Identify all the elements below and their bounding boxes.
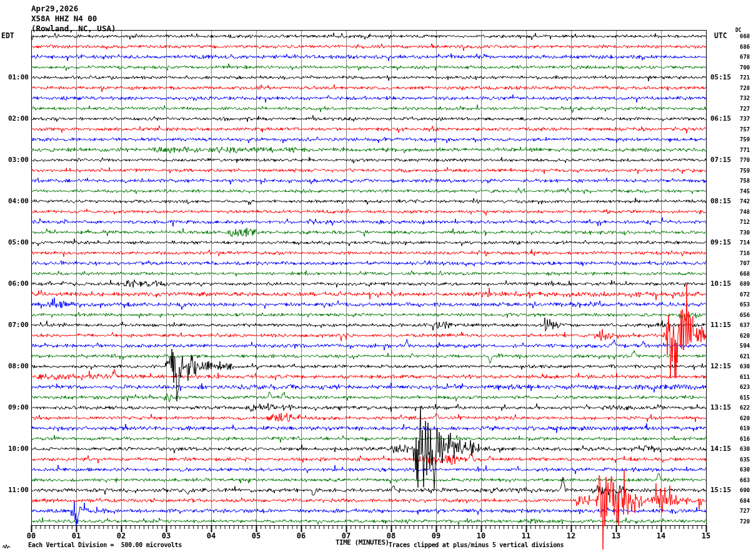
utc-time-label: 13:15 xyxy=(710,403,731,411)
x-tick-label: 05 xyxy=(252,531,261,540)
title-location: (Rowland, NC, USA) xyxy=(31,24,116,34)
left-axis-header: EDT xyxy=(1,31,14,40)
dc-value: 630 xyxy=(740,446,750,452)
dc-value: 721 xyxy=(740,74,750,81)
dc-value: 620 xyxy=(740,333,750,339)
dc-value: 637 xyxy=(740,322,750,328)
utc-time-label: 07:15 xyxy=(710,156,731,164)
x-tick-label: 01 xyxy=(72,531,81,540)
dc-value: 690 xyxy=(740,487,750,493)
dc-value: 630 xyxy=(740,466,750,473)
dc-value: 686 xyxy=(740,44,750,50)
dc-value: 700 xyxy=(740,64,750,71)
dc-value: 759 xyxy=(740,136,750,143)
dc-value: 620 xyxy=(740,415,750,421)
x-tick-label: 06 xyxy=(297,531,306,540)
dc-value: 689 xyxy=(740,281,750,287)
utc-time-label: 06:15 xyxy=(710,114,731,123)
dc-value: 621 xyxy=(740,353,750,360)
x-tick-label: 04 xyxy=(207,531,216,540)
edt-time-label: 11:00 xyxy=(1,486,29,494)
dc-value: 668 xyxy=(740,271,750,277)
x-tick-label: 13 xyxy=(612,531,620,540)
dc-value: 630 xyxy=(740,363,750,370)
dc-value: 663 xyxy=(740,477,750,483)
dc-value: 727 xyxy=(740,508,750,514)
edt-time-label: 08:00 xyxy=(1,362,29,370)
dc-value: 714 xyxy=(740,239,750,246)
x-tick-label: 15 xyxy=(702,531,710,540)
dc-value: 623 xyxy=(740,384,750,390)
edt-time-label: 09:00 xyxy=(1,403,29,411)
edt-time-label: 10:00 xyxy=(1,445,29,453)
dc-value: 732 xyxy=(740,95,750,101)
dc-value: 707 xyxy=(740,260,750,266)
dc-value: 668 xyxy=(740,33,750,39)
dc-value: 727 xyxy=(740,106,750,112)
dc-value: 619 xyxy=(740,425,750,431)
utc-time-label: 09:15 xyxy=(710,238,731,246)
edt-time-label: 02:00 xyxy=(1,114,29,123)
dc-value: 684 xyxy=(740,498,750,504)
dc-value: 678 xyxy=(740,54,750,60)
footer-scale-note: Each Vertical Division = 500.00 microvol… xyxy=(28,541,182,548)
x-tick-label: 03 xyxy=(162,531,171,540)
dc-value: 770 xyxy=(740,157,750,163)
x-tick-label: 10 xyxy=(477,531,485,540)
dc-value: 748 xyxy=(740,209,750,215)
x-tick-label: 14 xyxy=(657,531,665,540)
dc-value: 616 xyxy=(740,436,750,442)
utc-time-label: 12:15 xyxy=(710,362,731,370)
edt-time-label: 03:00 xyxy=(1,156,29,164)
x-tick-label: 11 xyxy=(522,531,530,540)
x-tick-label: 09 xyxy=(432,531,440,540)
x-tick-label: 00 xyxy=(27,531,36,540)
utc-time-label: 14:15 xyxy=(710,445,731,453)
seismogram-canvas xyxy=(0,0,756,554)
title-date: Apr29,2026 xyxy=(31,4,78,14)
dc-value: 728 xyxy=(740,85,750,91)
dc-value: 716 xyxy=(740,250,750,256)
dc-value: 737 xyxy=(740,116,750,122)
dc-value: 730 xyxy=(740,229,750,236)
dc-value: 745 xyxy=(740,188,750,194)
right-axis-header: UTC xyxy=(714,31,727,40)
dc-value: 622 xyxy=(740,405,750,411)
dc-value: 635 xyxy=(740,456,750,463)
edt-time-label: 04:00 xyxy=(1,197,29,205)
edt-time-label: 05:00 xyxy=(1,238,29,246)
utc-time-label: 11:15 xyxy=(710,321,731,329)
dc-value: 653 xyxy=(740,301,750,308)
dc-value: 615 xyxy=(740,395,750,401)
dc-value: 759 xyxy=(740,168,750,174)
utc-time-label: 10:15 xyxy=(710,280,731,288)
utc-time-label: 05:15 xyxy=(710,73,731,81)
dc-column-header: DC xyxy=(735,28,742,33)
dc-value: 771 xyxy=(740,147,750,153)
utc-time-label: 08:15 xyxy=(710,197,731,205)
x-tick-label: 12 xyxy=(567,531,575,540)
dc-value: 594 xyxy=(740,343,750,349)
edt-time-label: 06:00 xyxy=(1,280,29,288)
dc-value: 757 xyxy=(740,126,750,133)
dc-value: 672 xyxy=(740,291,750,298)
title-station: X58A HHZ N4 00 xyxy=(31,14,97,24)
dc-value: 720 xyxy=(740,518,750,525)
webicorder-page: Apr29,2026 X58A HHZ N4 00 (Rowland, NC, … xyxy=(0,0,756,554)
x-axis-title: TIME (MINUTES) xyxy=(336,538,389,546)
dc-value: 712 xyxy=(740,219,750,225)
dc-value: 742 xyxy=(740,198,750,204)
edt-time-label: 01:00 xyxy=(1,73,29,81)
edt-time-label: 07:00 xyxy=(1,321,29,329)
dc-value: 656 xyxy=(740,312,750,318)
utc-time-label: 15:15 xyxy=(710,486,731,494)
waveform-icon xyxy=(2,543,11,550)
x-tick-label: 02 xyxy=(117,531,126,540)
footer-clip-note: Traces clipped at plus/minus 5 vertical … xyxy=(389,541,564,548)
dc-value: 758 xyxy=(740,178,750,184)
dc-value: 611 xyxy=(740,374,750,380)
